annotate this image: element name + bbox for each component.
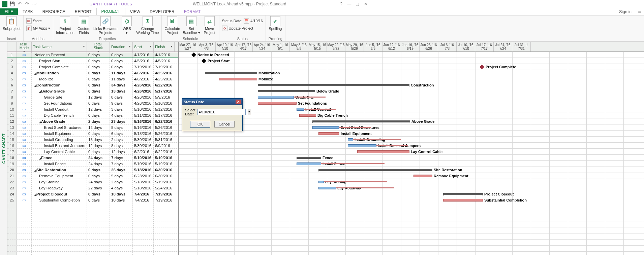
row-number[interactable]: 5	[7, 76, 17, 82]
task-name-cell[interactable]: Construction	[32, 82, 87, 88]
start-cell[interactable]: 5/10/2016	[133, 155, 154, 160]
duration-cell[interactable]: 12 days	[110, 149, 133, 154]
row-number[interactable]: 7	[7, 88, 17, 94]
task-name-cell[interactable]: Install Conduit	[32, 106, 87, 112]
start-cell[interactable]: 7/4/2016	[133, 191, 154, 197]
finish-cell[interactable]: 6/22/2016	[154, 118, 175, 124]
duration-cell[interactable]: 6 days	[110, 131, 133, 136]
slack-cell[interactable]: 0 days	[87, 64, 110, 70]
slack-cell[interactable]: 12 days	[87, 124, 110, 130]
task-mode-icon[interactable]: ▭	[17, 100, 32, 106]
close-icon[interactable]: ✕	[363, 2, 368, 6]
finish-cell[interactable]: 7/19/2016	[154, 191, 175, 197]
duration-cell[interactable]: 8 days	[110, 94, 133, 100]
task-mode-icon[interactable]: ▭	[17, 197, 32, 203]
duration-cell[interactable]: 4 days	[110, 185, 133, 191]
finish-cell[interactable]: 5/9/2016	[154, 94, 175, 100]
table-row[interactable]: 18▭Fence24 days7 days5/10/20165/19/2016	[7, 155, 178, 161]
table-row[interactable]: 6▭Construction0 days34 days4/26/20166/22…	[7, 82, 178, 88]
table-row[interactable]: 11▭Dig Cable Trench0 days4 days5/11/2016…	[7, 112, 178, 118]
help-icon[interactable]: ?	[339, 2, 344, 6]
task-name-cell[interactable]: Notice to Proceed	[32, 52, 87, 58]
duration-cell[interactable]: 0 days	[110, 58, 133, 64]
task-mode-icon[interactable]: ▭	[17, 161, 32, 167]
table-row[interactable]: 4▭Mobilization0 days11 days4/6/20164/25/…	[7, 70, 178, 76]
table-row[interactable]: 12▭Above Grade2 days23 days5/16/20166/22…	[7, 118, 178, 124]
row-number[interactable]: 16	[7, 143, 17, 148]
col-finish[interactable]: Finish▼	[154, 42, 175, 51]
start-cell[interactable]: 7/19/2016	[133, 64, 154, 70]
gantt-item[interactable]: Substaintial Completion	[443, 197, 527, 203]
slack-cell[interactable]: 0 days	[87, 191, 110, 197]
task-mode-icon[interactable]: ▭	[17, 88, 32, 94]
finish-cell[interactable]: 5/24/2016	[154, 185, 175, 191]
task-name-cell[interactable]: Mobilize	[32, 76, 87, 82]
table-row[interactable]: 17▭Lay Control Cable0 days12 days6/2/201…	[7, 149, 178, 155]
set-baseline-button[interactable]: ▤Set Baseline ▾	[183, 16, 200, 35]
slack-cell[interactable]: 24 days	[87, 161, 110, 167]
slack-cell[interactable]: 0 days	[87, 100, 110, 106]
col-duration[interactable]: Duration▼	[110, 42, 133, 51]
slack-cell[interactable]: 0 days	[87, 167, 110, 173]
activity-icon[interactable]: ⁓	[32, 1, 37, 6]
finish-cell[interactable]: 7/19/2016	[154, 197, 175, 203]
gantt-item[interactable]: Dig Cable Trench	[299, 112, 348, 118]
task-mode-icon[interactable]: ▭	[17, 155, 32, 160]
duration-cell[interactable]: 0 days	[110, 52, 133, 58]
slack-cell[interactable]: 0 days	[87, 197, 110, 203]
gantt-item[interactable]: Project Start	[202, 58, 229, 64]
select-all-corner[interactable]	[7, 42, 17, 51]
gantt-item[interactable]: Remove Equipment	[413, 173, 468, 179]
redo-icon[interactable]: ↷	[24, 1, 30, 6]
slack-cell[interactable]: 0 days	[87, 58, 110, 64]
finish-cell[interactable]: 6/30/2016	[154, 173, 175, 179]
start-cell[interactable]: 5/18/2016	[133, 167, 154, 173]
gantt-item[interactable]: Below Grade	[258, 88, 339, 94]
tab-file[interactable]: FILE	[0, 8, 18, 15]
task-name-cell[interactable]: Lay Control Cable	[32, 149, 87, 154]
tab-task[interactable]: TASK	[18, 8, 37, 15]
gantt-item[interactable]: Mobilization	[205, 70, 280, 76]
table-row[interactable]: 13▭Erect Steel Structures12 days8 days5/…	[7, 124, 178, 131]
task-mode-icon[interactable]: ▭	[17, 137, 32, 142]
start-cell[interactable]: 4/6/2016	[133, 76, 154, 82]
table-row[interactable]: 23▭Lay Roadway22 days4 days5/18/20165/24…	[7, 185, 178, 191]
row-number[interactable]: 4	[7, 70, 17, 76]
row-number[interactable]: 1	[7, 52, 17, 58]
start-cell[interactable]: 5/11/2016	[133, 112, 154, 118]
duration-cell[interactable]: 3 days	[110, 106, 133, 112]
table-row[interactable]: 24▭Project Closeout0 days10 days7/4/2016…	[7, 191, 178, 197]
start-cell[interactable]: 4/26/2016	[133, 82, 154, 88]
finish-cell[interactable]: 5/31/2016	[154, 137, 175, 142]
finish-cell[interactable]: 6/22/2016	[154, 82, 175, 88]
tab-resource[interactable]: RESOURCE	[38, 8, 70, 15]
row-number[interactable]: 10	[7, 106, 17, 112]
slack-cell[interactable]: 18 days	[87, 137, 110, 142]
slack-cell[interactable]: 0 days	[87, 52, 110, 58]
myapps-button[interactable]: ◧My Apps ▾	[26, 26, 50, 31]
slack-cell[interactable]: 22 days	[87, 185, 110, 191]
start-cell[interactable]: 7/4/2016	[133, 197, 154, 203]
row-number[interactable]: 6	[7, 82, 17, 88]
duration-cell[interactable]: 8 days	[110, 124, 133, 130]
project-info-button[interactable]: ℹProject Information	[56, 16, 74, 35]
links-button[interactable]: 🔗Links Between Projects	[93, 16, 118, 35]
tab-view[interactable]: VIEW	[125, 8, 145, 15]
task-mode-icon[interactable]: ▭	[17, 167, 32, 173]
row-number[interactable]: 25	[7, 197, 17, 203]
finish-cell[interactable]: 4/5/2016	[154, 58, 175, 64]
finish-cell[interactable]: 5/12/2016	[154, 106, 175, 112]
start-cell[interactable]: 5/16/2016	[133, 124, 154, 130]
start-cell[interactable]: 5/30/2016	[133, 137, 154, 142]
cancel-button[interactable]: Cancel	[214, 121, 235, 128]
duration-cell[interactable]: 2 days	[110, 179, 133, 185]
finish-cell[interactable]: 4/25/2016	[154, 70, 175, 76]
task-mode-icon[interactable]: ▭	[17, 149, 32, 154]
table-row[interactable]: 14▭Install Equipment0 days6 days5/18/201…	[7, 131, 178, 137]
finish-cell[interactable]: 6/30/2016	[154, 167, 175, 173]
task-name-cell[interactable]: Install Grounding	[32, 137, 87, 142]
finish-cell[interactable]: 4/1/2016	[154, 52, 175, 58]
status-date-input[interactable]	[197, 109, 246, 115]
task-mode-icon[interactable]: ▭	[17, 64, 32, 70]
finish-cell[interactable]: 5/26/2016	[154, 131, 175, 136]
